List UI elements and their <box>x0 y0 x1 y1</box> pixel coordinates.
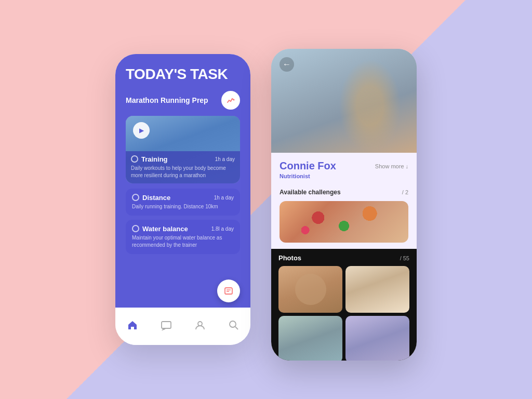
phone-1-body: TODAY'S TASK Marathon Running Prep ▶ <box>115 54 250 308</box>
phone-1: TODAY'S TASK Marathon Running Prep ▶ <box>115 54 250 345</box>
back-button[interactable]: ← <box>280 57 294 72</box>
video-card: ▶ Training 1h a day Daily workouts to he… <box>126 116 240 183</box>
water-card: Water balance 1.8l a day Maintain your o… <box>126 220 240 254</box>
nav-messages[interactable] <box>161 320 172 334</box>
task-row: Distance 1h a day <box>132 194 234 202</box>
task-name: Distance <box>132 194 170 202</box>
photo-item[interactable] <box>345 316 409 361</box>
svg-point-0 <box>233 99 235 100</box>
chevron-down-icon: ↓ <box>406 163 409 169</box>
nav-search[interactable] <box>228 320 240 334</box>
photos-grid <box>278 266 409 361</box>
distance-card: Distance 1h a day Daily running training… <box>126 189 240 216</box>
challenges-header: Available challenges / 2 <box>280 189 408 196</box>
profile-name: Connie Fox <box>280 160 336 172</box>
task-time: 1h a day <box>215 156 235 162</box>
challenges-count: / 2 <box>402 189 408 195</box>
radio-circle[interactable] <box>132 225 139 232</box>
svg-point-5 <box>198 322 202 326</box>
photo-item[interactable] <box>278 266 342 313</box>
profile-name-row: Connie Fox Show more ↓ <box>280 160 408 172</box>
svg-rect-1 <box>225 288 232 294</box>
photos-title: Photos <box>278 254 301 262</box>
photo-item[interactable] <box>345 266 409 313</box>
svg-rect-4 <box>162 322 171 328</box>
video-overlay: Training 1h a day Daily workouts to help… <box>126 151 240 183</box>
profile-info: Connie Fox Show more ↓ Nutritionist <box>271 153 417 184</box>
radio-circle[interactable] <box>132 194 139 201</box>
task-time: 1h a day <box>214 195 234 201</box>
challenge-image[interactable] <box>280 201 408 243</box>
photos-count: / 55 <box>400 255 409 261</box>
photos-header: Photos / 55 <box>278 254 409 262</box>
challenges-section: Available challenges / 2 <box>271 184 417 249</box>
show-more-button[interactable]: Show more ↓ <box>375 163 408 169</box>
phone-2: ← Connie Fox Show more ↓ Nutritionist Av… <box>271 49 417 361</box>
task-row: Training 1h a day <box>131 155 235 163</box>
nav-profile[interactable] <box>194 320 206 334</box>
profile-hero: ← <box>271 49 417 153</box>
play-button[interactable]: ▶ <box>133 122 150 139</box>
svg-line-7 <box>235 327 238 329</box>
task-description: Daily workouts to help your body become … <box>131 165 235 179</box>
page-title: TODAY'S TASK <box>126 66 240 83</box>
radio-circle[interactable] <box>131 155 138 163</box>
section-header: Marathon Running Prep <box>126 91 240 110</box>
bottom-nav <box>115 308 250 345</box>
photo-item[interactable] <box>278 316 342 361</box>
task-name: Training <box>131 155 168 163</box>
task-time: 1.8l a day <box>211 226 234 232</box>
svg-point-6 <box>230 321 236 327</box>
profile-role: Nutritionist <box>280 173 408 179</box>
section-title: Marathon Running Prep <box>126 96 208 104</box>
chart-button[interactable] <box>221 91 240 110</box>
fab-button[interactable] <box>217 280 240 302</box>
challenges-title: Available challenges <box>280 189 341 196</box>
task-row: Water balance 1.8l a day <box>132 225 234 233</box>
photos-section: Photos / 55 <box>271 249 417 361</box>
task-description: Maintain your optimal water balance as r… <box>132 234 234 249</box>
task-description: Daily running training. Distance 10km <box>132 203 234 210</box>
nav-home[interactable] <box>127 320 138 334</box>
task-name: Water balance <box>132 225 188 233</box>
